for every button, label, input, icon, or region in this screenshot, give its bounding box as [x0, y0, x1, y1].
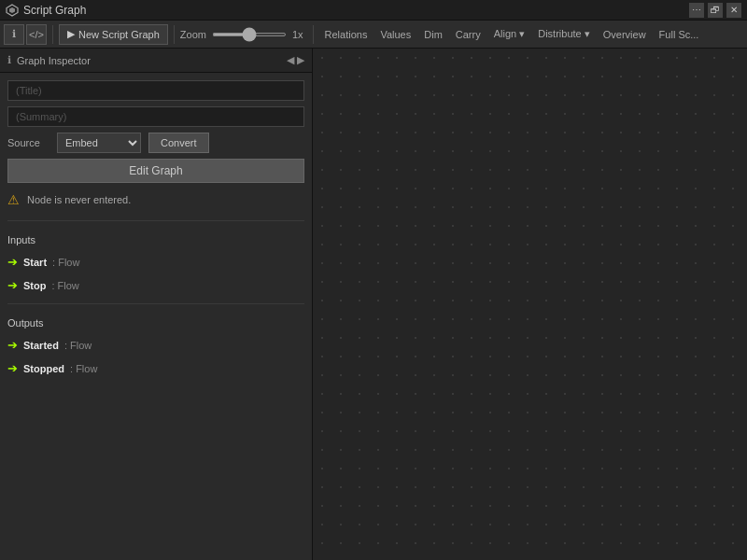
inspector-title: Graph Inspector — [17, 55, 281, 66]
title-bar-label: Script Graph — [23, 4, 689, 17]
fullscreen-btn[interactable]: Full Sc... — [654, 24, 705, 45]
output-stopped: ➔ Stopped : Flow — [7, 359, 304, 377]
input-start-type: : Flow — [52, 257, 79, 268]
output-stopped-arrow: ➔ — [7, 361, 18, 375]
zoom-label: Zoom — [180, 29, 206, 40]
edit-graph-btn[interactable]: Edit Graph — [7, 159, 304, 183]
new-icon: ▶ — [67, 28, 75, 40]
distribute-btn[interactable]: Distribute ▾ — [532, 24, 596, 45]
divider-2 — [7, 303, 304, 304]
left-panel: ℹ Graph Inspector ◀ ▶ Source Embed Asset… — [0, 49, 313, 560]
input-stop-name: Stop — [23, 280, 46, 291]
input-start: ➔ Start : Flow — [7, 253, 304, 271]
app-icon — [6, 4, 19, 17]
input-stop-arrow: ➔ — [7, 278, 18, 292]
title-input[interactable] — [7, 80, 304, 101]
summary-input[interactable] — [7, 106, 304, 127]
inspector-icon: ℹ — [7, 54, 11, 66]
align-btn[interactable]: Align ▾ — [488, 24, 531, 45]
close-btn[interactable]: ✕ — [726, 3, 741, 18]
output-started-name: Started — [23, 340, 59, 351]
output-started-type: : Flow — [64, 340, 92, 351]
toolbar-divider-3 — [313, 25, 314, 44]
input-stop-type: : Flow — [51, 280, 78, 291]
more-options-btn[interactable]: ⋯ — [689, 3, 704, 18]
restore-btn[interactable]: 🗗 — [708, 3, 723, 18]
output-stopped-name: Stopped — [23, 363, 64, 374]
new-script-graph-btn[interactable]: ▶ New Script Graph — [59, 24, 168, 45]
source-label: Source — [7, 137, 49, 148]
panel-collapse-btn[interactable]: ◀ ▶ — [287, 54, 304, 66]
title-bar-controls: ⋯ 🗗 ✕ — [689, 3, 741, 18]
warning-icon: ⚠ — [7, 192, 20, 207]
convert-btn[interactable]: Convert — [148, 133, 209, 153]
info-btn[interactable]: ℹ — [4, 24, 24, 45]
dim-btn[interactable]: Dim — [418, 24, 448, 45]
toolbar-divider-2 — [174, 25, 175, 44]
output-stopped-type: : Flow — [70, 363, 97, 374]
inspector-header: ℹ Graph Inspector ◀ ▶ — [0, 49, 312, 73]
input-start-arrow: ➔ — [7, 255, 18, 269]
values-btn[interactable]: Values — [374, 24, 416, 45]
relations-btn[interactable]: Relations — [319, 24, 374, 45]
svg-marker-1 — [9, 7, 15, 13]
carry-btn[interactable]: Carry — [450, 24, 486, 45]
output-started-arrow: ➔ — [7, 338, 18, 352]
source-select[interactable]: Embed Asset — [57, 133, 141, 153]
divider-1 — [7, 220, 304, 221]
main-area: ℹ Graph Inspector ◀ ▶ Source Embed Asset… — [0, 49, 747, 560]
inputs-title: Inputs — [7, 231, 304, 247]
input-stop: ➔ Stop : Flow — [7, 276, 304, 294]
output-started: ➔ Started : Flow — [7, 336, 304, 354]
input-start-name: Start — [23, 257, 47, 268]
source-row: Source Embed Asset Convert — [7, 133, 304, 153]
graph-canvas[interactable]: State Unit ➔ Start ➔ — [313, 49, 747, 560]
zoom-slider[interactable] — [212, 33, 287, 36]
inspector-body: Source Embed Asset Convert Edit Graph ⚠ … — [0, 73, 312, 560]
toolbar: ℹ </> ▶ New Script Graph Zoom 1x Relatio… — [0, 21, 747, 49]
warning-text: Node is never entered. — [27, 194, 131, 205]
outputs-title: Outputs — [7, 314, 304, 330]
toolbar-divider-1 — [52, 25, 53, 44]
warning-row: ⚠ Node is never entered. — [7, 189, 304, 211]
code-btn[interactable]: </> — [26, 24, 47, 45]
title-bar: Script Graph ⋯ 🗗 ✕ — [0, 0, 747, 21]
zoom-value: 1x — [292, 29, 303, 40]
overview-btn[interactable]: Overview — [598, 24, 652, 45]
inspector-fields: Source Embed Asset Convert Edit Graph ⚠ … — [0, 73, 312, 385]
